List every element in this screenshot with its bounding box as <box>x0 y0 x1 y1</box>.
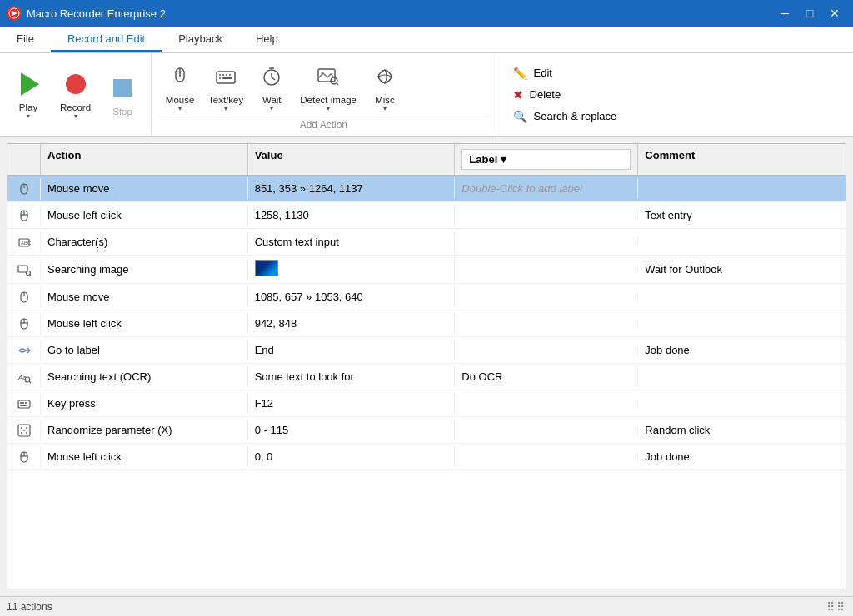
comment-cell: Wait for Outlook <box>638 259 846 280</box>
row-icon-cell <box>7 393 41 415</box>
comment-cell <box>638 320 846 328</box>
wait-button[interactable]: Wait ▾ <box>250 57 293 116</box>
table-row[interactable]: Mouse move851, 353 » 1264, 1137Double-Cl… <box>7 176 846 202</box>
comment-cell <box>638 373 846 381</box>
svg-point-47 <box>26 432 27 434</box>
svg-point-45 <box>26 427 27 429</box>
action-icon <box>17 423 32 438</box>
row-icon-cell <box>7 205 41 226</box>
svg-line-28 <box>30 275 31 276</box>
row-icon-cell <box>7 420 41 441</box>
menu-bar: FileRecord and EditPlaybackHelp <box>0 27 853 53</box>
action-cell: Mouse left click <box>41 313 248 334</box>
table-body: Mouse move851, 353 » 1264, 1137Double-Cl… <box>7 176 846 589</box>
ribbon-center: Mouse ▾ Text/key ▾ <box>158 57 488 132</box>
menu-item-help[interactable]: Help <box>239 27 295 52</box>
add-action-label: Add Action <box>158 117 488 132</box>
table-row[interactable]: Key pressF12 <box>7 390 846 417</box>
maximize-button[interactable]: □ <box>798 2 821 25</box>
svg-line-37 <box>29 381 31 383</box>
edit-button[interactable]: ✏️ Edit <box>510 65 840 82</box>
action-cell: Mouse move <box>41 178 248 199</box>
value-cell: 0 - 115 <box>248 420 456 440</box>
table-row[interactable]: Mouse left click0, 0Job done <box>7 444 846 470</box>
menu-item-record-edit[interactable]: Record and Edit <box>51 27 162 52</box>
action-icon <box>17 181 32 196</box>
action-icon <box>17 208 32 223</box>
label-dropdown[interactable]: Label ▾ <box>461 149 631 170</box>
col-header-action: Action <box>41 144 248 175</box>
row-icon-cell <box>7 178 41 200</box>
col-header-icon <box>7 144 41 175</box>
action-cell: Character(s) <box>41 231 248 252</box>
table-row[interactable]: Searching imageWait for Outlook <box>7 256 846 284</box>
value-cell <box>248 256 456 283</box>
action-icon <box>17 396 32 411</box>
row-icon-cell <box>7 446 41 468</box>
misc-button[interactable]: Misc ▾ <box>363 57 407 116</box>
action-icon: ABC <box>17 235 32 250</box>
svg-line-13 <box>272 77 275 80</box>
table-row[interactable]: Mouse left click1258, 1130Text entry <box>7 202 846 229</box>
status-dots: ⠿⠿ <box>826 600 846 614</box>
status-bar: 11 actions ⠿⠿ <box>0 596 853 616</box>
detect-image-button[interactable]: Detect image ▾ <box>293 57 363 116</box>
label-cell <box>455 320 638 328</box>
action-icon <box>17 290 32 305</box>
action-cell: Mouse move <box>41 286 248 307</box>
value-cell: F12 <box>248 393 456 414</box>
close-button[interactable]: ✕ <box>823 2 846 25</box>
ribbon: Play ▾ Record ▾ Stop <box>0 53 853 137</box>
app-icon <box>7 6 22 21</box>
app-title: Macro Recorder Enterprise 2 <box>27 7 773 20</box>
search-replace-icon: 🔍 <box>513 110 527 123</box>
record-button[interactable]: Record ▾ <box>53 66 97 124</box>
value-cell: 942, 848 <box>248 313 456 334</box>
playback-buttons: Play ▾ Record ▾ Stop <box>7 57 144 132</box>
table-row[interactable]: Mouse move1085, 657 » 1053, 640 <box>7 284 846 310</box>
delete-button[interactable]: ✖ Delete <box>510 87 840 103</box>
row-icon-cell <box>7 313 41 335</box>
play-icon <box>13 69 43 99</box>
table-row[interactable]: Go to labelEndJob done <box>7 337 846 364</box>
menu-item-playback[interactable]: Playback <box>162 27 239 52</box>
value-cell: End <box>248 340 456 360</box>
action-cell: Mouse left click <box>41 446 248 467</box>
clock-icon <box>257 62 287 92</box>
table-row[interactable]: ABCCharacter(s)Custom text input <box>7 229 846 256</box>
keyboard-icon <box>211 62 241 92</box>
svg-line-18 <box>337 83 338 85</box>
row-icon-cell <box>7 259 41 281</box>
value-cell: 851, 353 » 1264, 1137 <box>248 178 456 199</box>
ribbon-group-playback: Play ▾ Record ▾ Stop <box>0 53 152 136</box>
minimize-button[interactable]: ─ <box>773 2 796 25</box>
svg-point-48 <box>23 430 25 431</box>
add-action-buttons: Mouse ▾ Text/key ▾ <box>158 57 488 117</box>
label-cell <box>455 211 638 220</box>
value-cell: Some text to look for <box>248 366 456 387</box>
action-cell: Searching text (OCR) <box>41 366 248 387</box>
table-row[interactable]: Mouse left click942, 848 <box>7 310 846 337</box>
table-row[interactable]: AaSearching text (OCR)Some text to look … <box>7 364 846 390</box>
table-container: Action Value Label ▾ Comment Mouse move8… <box>0 137 853 596</box>
title-bar: Macro Recorder Enterprise 2 ─ □ ✕ <box>0 0 853 27</box>
play-button[interactable]: Play ▾ <box>7 66 50 124</box>
label-cell <box>455 293 638 301</box>
table-row[interactable]: Randomize parameter (X)0 - 115Random cli… <box>7 417 846 444</box>
mouse-icon <box>165 62 195 92</box>
image-thumbnail <box>255 260 278 276</box>
ribbon-group-add-action: Mouse ▾ Text/key ▾ <box>152 53 496 136</box>
action-icon: Aa <box>17 370 32 385</box>
comment-cell: Job done <box>638 340 846 360</box>
textkey-button[interactable]: Text/key ▾ <box>202 57 250 116</box>
svg-point-44 <box>21 427 22 429</box>
label-cell <box>455 238 638 246</box>
comment-cell: Random click <box>638 420 846 440</box>
col-header-label: Label ▾ <box>455 144 638 175</box>
svg-point-27 <box>26 271 30 275</box>
svg-text:ABC: ABC <box>21 241 31 246</box>
mouse-button[interactable]: Mouse ▾ <box>158 57 202 116</box>
stop-button[interactable]: Stop <box>101 66 144 124</box>
menu-item-file[interactable]: File <box>0 27 51 52</box>
search-replace-button[interactable]: 🔍 Search & replace <box>510 108 840 125</box>
